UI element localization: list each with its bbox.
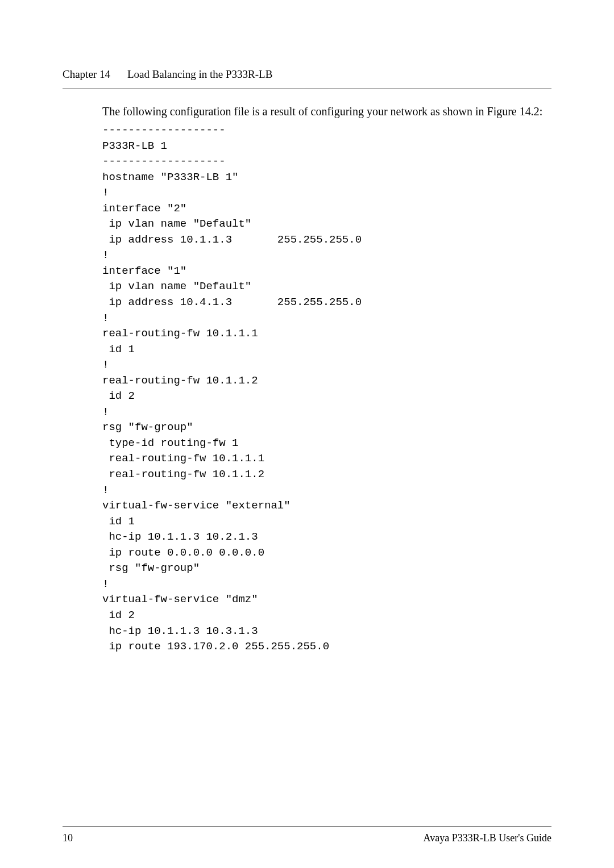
chapter-title-text: Load Balancing in the P333R-LB bbox=[127, 68, 272, 81]
page-footer: 10 Avaya P333R-LB User's Guide bbox=[63, 832, 551, 844]
guide-title: Avaya P333R-LB User's Guide bbox=[424, 832, 551, 844]
chapter-header: Chapter 14 Load Balancing in the P333R-L… bbox=[63, 68, 551, 81]
configuration-code-block: ------------------- P333R-LB 1 ---------… bbox=[102, 123, 551, 655]
intro-paragraph: The following configuration file is a re… bbox=[102, 104, 551, 119]
page-number: 10 bbox=[63, 832, 73, 844]
footer-divider bbox=[63, 827, 551, 827]
chapter-number-label: Chapter 14 bbox=[63, 68, 110, 81]
header-divider bbox=[63, 89, 551, 89]
